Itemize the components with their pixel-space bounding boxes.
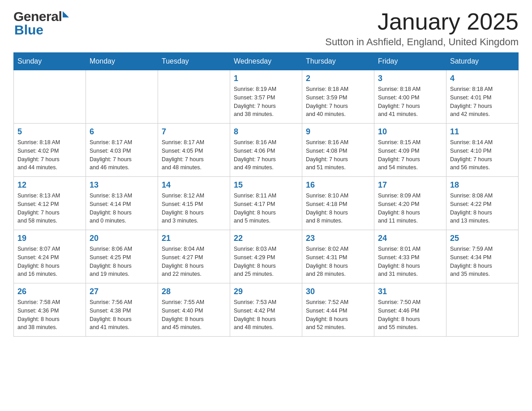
day-info: Sunrise: 8:01 AM Sunset: 4:33 PM Dayligh… <box>378 245 442 278</box>
calendar-cell: 26Sunrise: 7:58 AM Sunset: 4:36 PM Dayli… <box>14 283 86 337</box>
day-info: Sunrise: 8:13 AM Sunset: 4:14 PM Dayligh… <box>90 192 154 225</box>
day-number: 24 <box>378 234 442 243</box>
day-info: Sunrise: 7:56 AM Sunset: 4:38 PM Dayligh… <box>90 298 154 332</box>
day-info: Sunrise: 7:55 AM Sunset: 4:40 PM Dayligh… <box>162 298 226 332</box>
day-number: 21 <box>162 234 226 243</box>
day-info: Sunrise: 8:15 AM Sunset: 4:09 PM Dayligh… <box>378 138 442 172</box>
weekday-header-sunday: Sunday <box>14 53 86 70</box>
calendar-cell <box>86 70 158 124</box>
day-number: 20 <box>90 234 154 243</box>
day-number: 27 <box>90 287 154 296</box>
day-number: 19 <box>17 234 82 243</box>
weekday-header-wednesday: Wednesday <box>230 53 302 70</box>
day-number: 23 <box>306 234 370 243</box>
day-number: 10 <box>378 127 442 137</box>
day-info: Sunrise: 8:08 AM Sunset: 4:22 PM Dayligh… <box>450 192 515 225</box>
calendar-week-row: 19Sunrise: 8:07 AM Sunset: 4:24 PM Dayli… <box>14 230 519 283</box>
day-info: Sunrise: 7:53 AM Sunset: 4:42 PM Dayligh… <box>234 298 298 332</box>
day-number: 9 <box>306 127 370 137</box>
day-info: Sunrise: 8:11 AM Sunset: 4:17 PM Dayligh… <box>234 192 298 225</box>
day-number: 25 <box>450 234 515 243</box>
calendar-cell: 8Sunrise: 8:16 AM Sunset: 4:06 PM Daylig… <box>230 124 302 177</box>
calendar-cell: 29Sunrise: 7:53 AM Sunset: 4:42 PM Dayli… <box>230 283 302 337</box>
day-info: Sunrise: 8:16 AM Sunset: 4:08 PM Dayligh… <box>306 138 370 172</box>
calendar-cell: 27Sunrise: 7:56 AM Sunset: 4:38 PM Dayli… <box>86 283 158 337</box>
day-info: Sunrise: 8:09 AM Sunset: 4:20 PM Dayligh… <box>378 192 442 225</box>
day-number: 17 <box>378 180 442 190</box>
calendar-cell: 16Sunrise: 8:10 AM Sunset: 4:18 PM Dayli… <box>302 177 374 230</box>
calendar-cell: 18Sunrise: 8:08 AM Sunset: 4:22 PM Dayli… <box>446 177 519 230</box>
day-number: 15 <box>234 180 298 190</box>
day-number: 11 <box>450 127 515 137</box>
day-number: 18 <box>450 180 515 190</box>
day-info: Sunrise: 8:13 AM Sunset: 4:12 PM Dayligh… <box>17 192 82 225</box>
day-info: Sunrise: 8:18 AM Sunset: 4:02 PM Dayligh… <box>17 138 82 172</box>
calendar-cell: 14Sunrise: 8:12 AM Sunset: 4:15 PM Dayli… <box>158 177 230 230</box>
day-number: 3 <box>378 74 442 83</box>
logo-general-text: General <box>13 9 62 24</box>
logo-arrow-icon <box>63 11 69 17</box>
day-number: 30 <box>306 287 370 296</box>
weekday-header-saturday: Saturday <box>446 53 519 70</box>
day-info: Sunrise: 8:18 AM Sunset: 3:59 PM Dayligh… <box>306 85 370 119</box>
day-number: 7 <box>162 127 226 137</box>
calendar-cell: 31Sunrise: 7:50 AM Sunset: 4:46 PM Dayli… <box>374 283 446 337</box>
weekday-header-friday: Friday <box>374 53 446 70</box>
calendar-cell <box>158 70 230 124</box>
calendar-cell: 10Sunrise: 8:15 AM Sunset: 4:09 PM Dayli… <box>374 124 446 177</box>
calendar-cell: 5Sunrise: 8:18 AM Sunset: 4:02 PM Daylig… <box>14 124 86 177</box>
day-info: Sunrise: 8:10 AM Sunset: 4:18 PM Dayligh… <box>306 192 370 225</box>
calendar-cell: 11Sunrise: 8:14 AM Sunset: 4:10 PM Dayli… <box>446 124 519 177</box>
calendar-cell: 15Sunrise: 8:11 AM Sunset: 4:17 PM Dayli… <box>230 177 302 230</box>
calendar-week-row: 26Sunrise: 7:58 AM Sunset: 4:36 PM Dayli… <box>14 283 519 337</box>
page-header: General Blue January 2025 Sutton in Ashf… <box>13 9 519 48</box>
day-number: 6 <box>90 127 154 137</box>
calendar-cell <box>446 283 519 337</box>
calendar-cell: 30Sunrise: 7:52 AM Sunset: 4:44 PM Dayli… <box>302 283 374 337</box>
calendar-cell: 21Sunrise: 8:04 AM Sunset: 4:27 PM Dayli… <box>158 230 230 283</box>
calendar-cell: 2Sunrise: 8:18 AM Sunset: 3:59 PM Daylig… <box>302 70 374 124</box>
calendar-table: SundayMondayTuesdayWednesdayThursdayFrid… <box>13 52 519 337</box>
day-info: Sunrise: 8:07 AM Sunset: 4:24 PM Dayligh… <box>17 245 82 278</box>
calendar-cell: 17Sunrise: 8:09 AM Sunset: 4:20 PM Dayli… <box>374 177 446 230</box>
calendar-cell: 23Sunrise: 8:02 AM Sunset: 4:31 PM Dayli… <box>302 230 374 283</box>
calendar-cell: 13Sunrise: 8:13 AM Sunset: 4:14 PM Dayli… <box>86 177 158 230</box>
calendar-header-row: SundayMondayTuesdayWednesdayThursdayFrid… <box>14 53 519 70</box>
calendar-cell: 25Sunrise: 7:59 AM Sunset: 4:34 PM Dayli… <box>446 230 519 283</box>
day-info: Sunrise: 7:59 AM Sunset: 4:34 PM Dayligh… <box>450 245 515 278</box>
calendar-cell: 22Sunrise: 8:03 AM Sunset: 4:29 PM Dayli… <box>230 230 302 283</box>
day-info: Sunrise: 8:17 AM Sunset: 4:05 PM Dayligh… <box>162 138 226 172</box>
day-info: Sunrise: 8:02 AM Sunset: 4:31 PM Dayligh… <box>306 245 370 278</box>
calendar-cell <box>14 70 86 124</box>
calendar-cell: 12Sunrise: 8:13 AM Sunset: 4:12 PM Dayli… <box>14 177 86 230</box>
calendar-week-row: 12Sunrise: 8:13 AM Sunset: 4:12 PM Dayli… <box>14 177 519 230</box>
day-info: Sunrise: 7:50 AM Sunset: 4:46 PM Dayligh… <box>378 298 442 332</box>
calendar-week-row: 1Sunrise: 8:19 AM Sunset: 3:57 PM Daylig… <box>14 70 519 124</box>
day-number: 2 <box>306 74 370 83</box>
day-info: Sunrise: 8:06 AM Sunset: 4:25 PM Dayligh… <box>90 245 154 278</box>
day-info: Sunrise: 7:52 AM Sunset: 4:44 PM Dayligh… <box>306 298 370 332</box>
weekday-header-thursday: Thursday <box>302 53 374 70</box>
day-number: 13 <box>90 180 154 190</box>
calendar-cell: 1Sunrise: 8:19 AM Sunset: 3:57 PM Daylig… <box>230 70 302 124</box>
calendar-cell: 7Sunrise: 8:17 AM Sunset: 4:05 PM Daylig… <box>158 124 230 177</box>
day-info: Sunrise: 7:58 AM Sunset: 4:36 PM Dayligh… <box>17 298 82 332</box>
logo-blue-text: Blue <box>13 22 69 38</box>
day-number: 16 <box>306 180 370 190</box>
day-number: 28 <box>162 287 226 296</box>
calendar-cell: 20Sunrise: 8:06 AM Sunset: 4:25 PM Dayli… <box>86 230 158 283</box>
day-number: 5 <box>17 127 82 137</box>
calendar-cell: 19Sunrise: 8:07 AM Sunset: 4:24 PM Dayli… <box>14 230 86 283</box>
calendar-week-row: 5Sunrise: 8:18 AM Sunset: 4:02 PM Daylig… <box>14 124 519 177</box>
day-info: Sunrise: 8:04 AM Sunset: 4:27 PM Dayligh… <box>162 245 226 278</box>
month-title: January 2025 <box>325 9 519 34</box>
calendar-cell: 4Sunrise: 8:18 AM Sunset: 4:01 PM Daylig… <box>446 70 519 124</box>
calendar-cell: 3Sunrise: 8:18 AM Sunset: 4:00 PM Daylig… <box>374 70 446 124</box>
day-info: Sunrise: 8:16 AM Sunset: 4:06 PM Dayligh… <box>234 138 298 172</box>
title-block: January 2025 Sutton in Ashfield, England… <box>325 9 519 48</box>
weekday-header-monday: Monday <box>86 53 158 70</box>
day-info: Sunrise: 8:18 AM Sunset: 4:00 PM Dayligh… <box>378 85 442 119</box>
calendar-cell: 24Sunrise: 8:01 AM Sunset: 4:33 PM Dayli… <box>374 230 446 283</box>
day-number: 4 <box>450 74 515 83</box>
calendar-cell: 28Sunrise: 7:55 AM Sunset: 4:40 PM Dayli… <box>158 283 230 337</box>
